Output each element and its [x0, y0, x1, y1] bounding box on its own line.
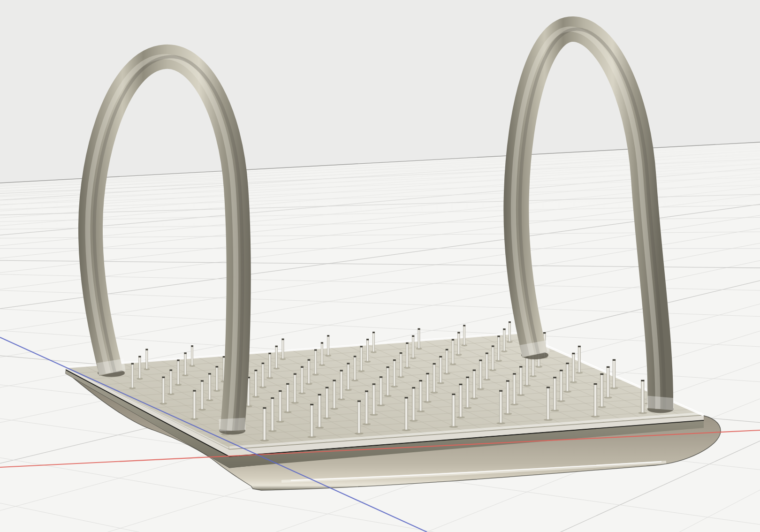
pin-top-cap [426, 373, 429, 374]
pin-body[interactable] [513, 373, 516, 404]
pin-top-cap [499, 390, 502, 392]
pin-body[interactable] [365, 390, 368, 424]
pin-body[interactable] [318, 394, 321, 427]
pin-body[interactable] [294, 373, 296, 403]
pin-body[interactable] [201, 380, 204, 409]
pin-body[interactable] [138, 356, 141, 379]
pin-body[interactable] [216, 366, 219, 390]
pin-body[interactable] [301, 366, 304, 393]
pin-body[interactable] [503, 328, 505, 351]
pin-body[interactable] [347, 363, 350, 389]
pin-body[interactable] [279, 390, 282, 421]
pin-body[interactable] [308, 359, 311, 384]
pin-body[interactable] [310, 404, 313, 437]
pin-body[interactable] [255, 370, 258, 396]
pin-body[interactable] [412, 335, 414, 358]
pin-top-cap [131, 363, 134, 365]
pin-body[interactable] [262, 363, 265, 387]
pin-top-cap [354, 356, 357, 357]
pin-body[interactable] [433, 363, 436, 392]
pin-body[interactable] [400, 352, 403, 377]
pin-body[interactable] [426, 373, 429, 402]
pin-body[interactable] [360, 346, 363, 371]
pin-body[interactable] [594, 383, 597, 416]
pin-body[interactable] [387, 366, 389, 395]
pin-body[interactable] [560, 370, 563, 401]
pin-body[interactable] [354, 356, 357, 380]
pin-body[interactable] [526, 356, 529, 385]
pin-body[interactable] [372, 383, 376, 414]
pin-body[interactable] [439, 356, 442, 383]
pin-body[interactable] [473, 370, 476, 398]
pin-top-cap [613, 359, 616, 361]
pin-body[interactable] [162, 377, 165, 403]
pin-body[interactable] [613, 359, 616, 388]
pin-body[interactable] [275, 346, 278, 368]
pin-body[interactable] [452, 339, 454, 364]
pin-body[interactable] [479, 360, 482, 389]
pin-body[interactable] [466, 377, 469, 408]
pin-body[interactable] [405, 397, 408, 430]
pin-body[interactable] [321, 342, 323, 365]
pin-body[interactable] [459, 384, 463, 417]
pin-body[interactable] [314, 350, 317, 374]
pin-body[interactable] [131, 363, 134, 388]
pin-body[interactable] [486, 353, 488, 380]
pin-top-cap [282, 339, 284, 340]
pin-top-cap [506, 380, 509, 382]
pin-body[interactable] [457, 332, 460, 355]
pin-top-cap [641, 380, 644, 381]
pin-body[interactable] [393, 359, 396, 386]
pin-body[interactable] [600, 373, 604, 407]
pin-body[interactable] [366, 339, 369, 361]
pin-body[interactable] [641, 380, 644, 413]
cad-viewport[interactable] [0, 0, 760, 532]
pin-body[interactable] [547, 387, 550, 419]
pin-body[interactable] [286, 383, 289, 412]
pin-top-cap [347, 363, 350, 364]
pin-body[interactable] [380, 376, 382, 405]
pin-body[interactable] [412, 387, 415, 420]
pin-body[interactable] [506, 380, 509, 414]
pin-body[interactable] [184, 352, 187, 375]
pin-body[interactable] [418, 328, 420, 349]
pin-body[interactable] [553, 377, 556, 410]
pin-top-cap [446, 349, 448, 350]
pin-top-cap [387, 366, 389, 368]
pin-body[interactable] [509, 321, 511, 342]
pin-body[interactable] [572, 353, 575, 382]
pin-body[interactable] [263, 407, 266, 440]
pin-body[interactable] [406, 342, 408, 367]
pin-top-cap [412, 387, 415, 388]
pin-body[interactable] [446, 349, 448, 373]
pin-body[interactable] [268, 353, 271, 378]
pin-body[interactable] [566, 363, 569, 391]
pin-body[interactable] [208, 373, 211, 400]
pin-body[interactable] [499, 390, 502, 423]
pin-body[interactable] [327, 335, 329, 355]
pin-body[interactable] [282, 339, 284, 359]
pin-body[interactable] [372, 332, 375, 352]
pin-body[interactable] [146, 349, 148, 369]
pin-body[interactable] [340, 370, 343, 399]
pin-body[interactable] [578, 346, 581, 372]
pin-body[interactable] [271, 397, 274, 431]
pin-top-cap [184, 352, 187, 354]
pin-body[interactable] [452, 394, 455, 426]
pin-body[interactable] [357, 401, 361, 433]
pin-body[interactable] [607, 366, 610, 397]
pin-body[interactable] [191, 345, 193, 365]
pin-top-cap [492, 345, 494, 347]
pin-top-cap [294, 373, 296, 375]
pin-body[interactable] [326, 387, 329, 418]
pin-body[interactable] [177, 359, 179, 384]
pin-body[interactable] [170, 370, 173, 394]
pin-body[interactable] [492, 345, 494, 370]
pin-body[interactable] [497, 335, 500, 360]
pin-body[interactable] [419, 380, 423, 411]
pin-body[interactable] [193, 390, 196, 418]
pin-top-cap [271, 397, 274, 399]
pin-body[interactable] [519, 366, 522, 395]
pin-body[interactable] [463, 325, 465, 345]
pin-body[interactable] [333, 380, 336, 409]
